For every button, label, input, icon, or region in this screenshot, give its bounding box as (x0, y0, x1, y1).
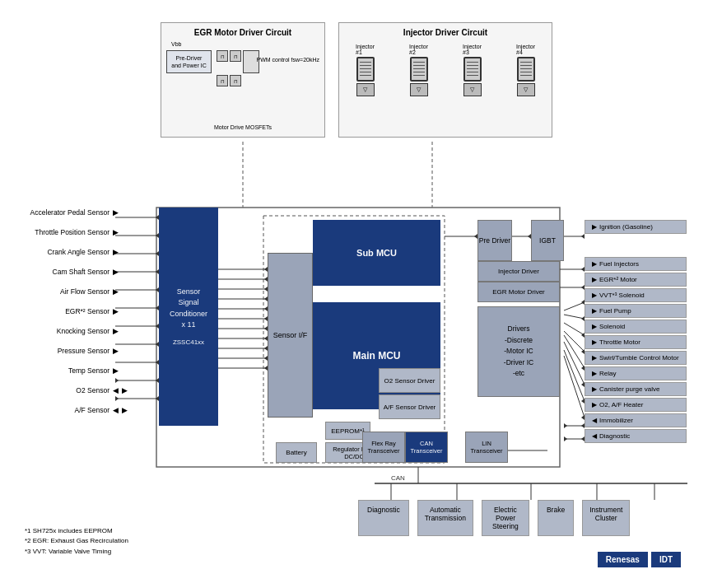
svg-marker-77 (564, 423, 567, 428)
output-fuel-injectors: ▶ Fuel Injectors (585, 257, 687, 271)
output-solenoid-label: Solenoid (599, 323, 625, 330)
sensor-row-3: Cam Shaft Sensor ▶ (21, 263, 129, 281)
pre-driver-box: Pre-Driver and Power IC (166, 50, 212, 73)
output-immobilizer: ◀ Immobilizer (585, 413, 687, 427)
footnotes: *1 SH725x includes EEPROM *2 EGR: Exhaus… (25, 526, 128, 558)
sensor-arr-0: ▶ (113, 208, 119, 217)
idt-logo: IDT (651, 552, 681, 567)
egr-circuit-box: EGR Motor Driver Circuit Vbb Pre-Driver … (161, 22, 325, 138)
bottom-auto-trans: AutomaticTransmission (417, 500, 473, 536)
footnote-3: *3 VVT: Variable Valve Timing (25, 547, 128, 558)
svg-line-70 (564, 342, 585, 385)
sensor-label-3: Cam Shaft Sensor (21, 268, 111, 276)
sensor-row-2: Crank Angle Sensor ▶ (21, 243, 129, 261)
svg-line-60 (564, 302, 585, 310)
output-labels-container: ▶ Ignition (Gasoline) ▶ Fuel Injectors ▶… (585, 220, 687, 443)
sensor-arr-9a: ◀ (113, 386, 119, 394)
mosfet-4: ⊓ (230, 75, 241, 86)
sensor-row-1: Throttle Position Sensor ▶ (21, 223, 129, 241)
sensor-label-6: Knocking Sensor (21, 327, 111, 335)
renesas-logo: Renesas (598, 552, 648, 567)
output-throttle-motor: ▶ Throttle Motor (585, 335, 687, 349)
lin-transceiver: LIN Transceiver (465, 432, 508, 463)
ssc-subtitle: ZSSC41xx (173, 338, 204, 348)
output-ignition-label: Ignition (Gasoline) (599, 223, 653, 231)
motor-drive-label: Motor Drive MOSFETs (214, 124, 272, 130)
output-ignition: ▶ Ignition (Gasoline) (585, 220, 687, 234)
sensor-label-8: Temp Sensor (21, 366, 111, 375)
sensor-signal-conditioner: SensorSignalConditionerx 11 ZSSC41xx (159, 208, 218, 426)
inj1-label: Injector#1 (356, 44, 375, 55)
sensor-row-0: Accelerator Pedal Sensor ▶ (21, 203, 129, 222)
output-diagnostic-label: Diagnostic (599, 432, 630, 440)
logos-row: Renesas IDT (598, 552, 681, 567)
can-transceiver: CAN Transceiver (405, 432, 448, 463)
output-vvt-label: VVT*³ Solenoid (599, 292, 645, 299)
svg-text:CAN: CAN (391, 474, 405, 482)
inj1-mosfet: ▽ (356, 83, 375, 96)
output-o2-label: O2, A/F Heater (599, 401, 643, 408)
footnote-1: *1 SH725x includes EEPROM (25, 526, 128, 537)
sensor-arr-6: ▶ (113, 327, 119, 335)
output-throttle-label: Throttle Motor (599, 338, 640, 346)
output-relay-label: Relay (599, 370, 616, 377)
sensor-row-8: Temp Sensor ▶ (21, 362, 129, 380)
sensor-arr-3: ▶ (113, 268, 119, 276)
inj4-coil (517, 57, 535, 82)
sensor-row-4: Air Flow Sensor ▶ (21, 282, 129, 301)
inj4-label: Injector#4 (516, 44, 535, 55)
pre-driver: Pre Driver (477, 220, 512, 261)
ssc-title: SensorSignalConditionerx 11 (170, 287, 207, 331)
diagram-wrapper: CAN EGR Motor Driver Circuit Vbb Pre-Dri… (21, 14, 687, 574)
top-circuit-area: EGR Motor Driver Circuit Vbb Pre-Driver … (161, 22, 552, 138)
svg-line-72 (564, 350, 585, 401)
injector-circuit-box: Injector Driver Circuit Injector#1 ▽ Inj… (338, 22, 552, 138)
drivers-discrete: Drivers -Discrete -Motor IC -Driver IC -… (477, 306, 560, 397)
svg-line-74 (564, 356, 585, 418)
mosfet-1: ⊓ (217, 50, 228, 62)
igbt: IGBT (531, 220, 564, 261)
inj1-coil (356, 57, 375, 82)
bottom-eps: ElectricPowerSteering (482, 500, 529, 536)
af-sensor-driver: A/F Sensor Driver (379, 394, 440, 419)
output-egr-motor: ▶ EGR*² Motor (585, 273, 687, 287)
injector-driver: Injector Driver (477, 261, 560, 282)
sensor-label-4: Air Flow Sensor (21, 287, 111, 296)
svg-line-62 (564, 315, 585, 319)
sensor-label-0: Accelerator Pedal Sensor (21, 208, 111, 217)
inj3-mosfet: ▽ (463, 83, 482, 96)
sensor-arr-10b: ▶ (122, 406, 128, 414)
output-fuel-label: Fuel Injectors (599, 260, 639, 268)
bottom-boxes-row: Diagnostic AutomaticTransmission Electri… (358, 500, 630, 536)
mosfet-3: ⊓ (217, 75, 228, 86)
inj2-coil (410, 57, 428, 82)
battery-box: Battery (276, 442, 317, 463)
output-fuel-pump-label: Fuel Pump (599, 307, 631, 315)
sensor-label-2: Crank Angle Sensor (21, 248, 111, 256)
injector-4: Injector#4 ▽ (516, 44, 535, 96)
sensor-if-box: Sensor I/F (268, 253, 313, 418)
sensor-arr-7: ▶ (113, 347, 119, 355)
sensor-label-7: Pressure Sensor (21, 347, 111, 355)
sensor-label-1: Throttle Position Sensor (21, 228, 111, 236)
sensor-row-5: EGR*² Sensor ▶ (21, 302, 129, 320)
injector-2: Injector#2 ▽ (409, 44, 428, 96)
flexray-transceiver: Flex Ray Transceiver (362, 432, 405, 463)
output-canister-label: Canister purge valve (599, 385, 659, 393)
injector-circuit-title: Injector Driver Circuit (344, 28, 547, 37)
output-vvt: ▶ VVT*³ Solenoid (585, 288, 687, 302)
injector-1: Injector#1 ▽ (356, 44, 375, 96)
sensor-row-10: A/F Sensor ◀ ▶ (21, 401, 129, 419)
sensor-arr-8: ▶ (113, 366, 119, 375)
svg-line-66 (564, 331, 585, 352)
sensor-arr-1: ▶ (113, 228, 119, 236)
bottom-diagnostic: Diagnostic (358, 500, 409, 536)
sensor-row-6: Knocking Sensor ▶ (21, 322, 129, 340)
bottom-instrument: InstrumentCluster (582, 500, 630, 536)
output-canister: ▶ Canister purge valve (585, 382, 687, 396)
output-relay: ▶ Relay (585, 366, 687, 380)
inj4-mosfet: ▽ (517, 83, 535, 96)
inj3-label: Injector#3 (463, 44, 482, 55)
sensor-labels-container: Accelerator Pedal Sensor ▶ Throttle Posi… (21, 203, 129, 419)
output-swirl: ▶ Swirl/Tumble Control Motor (585, 351, 687, 365)
